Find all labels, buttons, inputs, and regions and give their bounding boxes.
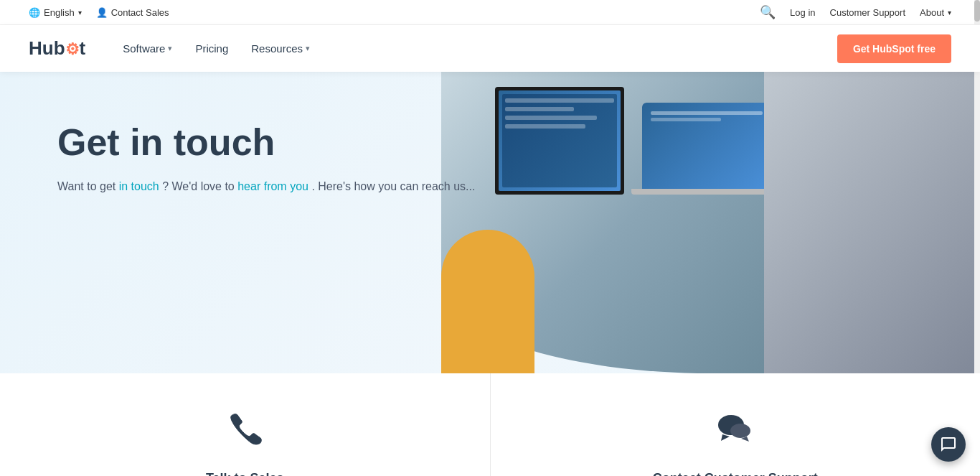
hero-in-touch-link[interactable]: in touch: [119, 180, 159, 192]
screen-line: [651, 118, 721, 121]
hero-desc-text1: Want to get: [57, 180, 119, 192]
chevron-down-icon: ▾: [78, 9, 82, 17]
contact-sales-link[interactable]: 👤 Contact Sales: [96, 7, 169, 18]
chat-bubble-icon: [715, 409, 755, 457]
hero-section: Get in touch Want to get in touch ? We'd…: [0, 72, 980, 373]
about-menu[interactable]: About ▾: [920, 7, 951, 18]
live-chat-button[interactable]: [931, 427, 966, 462]
laptop-screen: [642, 103, 771, 189]
login-link[interactable]: Log in: [790, 7, 815, 18]
person-icon: 👤: [96, 7, 108, 18]
laptop: [642, 103, 771, 189]
gold-arch-decoration: [441, 230, 534, 373]
talk-to-sales-title: Talk to Sales: [206, 471, 284, 476]
contact-sales-label: Contact Sales: [111, 7, 169, 18]
logo-text: Hub⚙t: [29, 37, 85, 60]
pricing-link[interactable]: Pricing: [187, 37, 237, 60]
nav-items: Software ▾ Pricing Resources ▾: [114, 37, 837, 60]
hero-desc-text3: . Here's how you can reach us...: [311, 180, 475, 192]
hubspot-logo[interactable]: Hub⚙t: [29, 37, 85, 60]
person-bg: [764, 72, 980, 373]
scrollbar-thumb[interactable]: [974, 0, 980, 22]
language-selector[interactable]: 🌐 English ▾: [29, 7, 82, 18]
main-nav: Hub⚙t Software ▾ Pricing Resources ▾ Get…: [0, 25, 980, 72]
resources-label: Resources: [251, 42, 303, 55]
pricing-label: Pricing: [195, 42, 228, 55]
software-menu[interactable]: Software ▾: [114, 37, 181, 60]
chat-icon: [940, 436, 957, 453]
software-label: Software: [123, 42, 165, 55]
resources-menu[interactable]: Resources ▾: [242, 37, 319, 60]
hero-title: Get in touch: [57, 122, 496, 163]
laptop-container: [639, 103, 775, 195]
laptop-base: [631, 189, 775, 195]
customer-support-link[interactable]: Customer Support: [830, 7, 906, 18]
globe-icon: 🌐: [29, 7, 40, 18]
chevron-down-icon: ▾: [168, 44, 172, 53]
cards-section: Talk to Sales Interested in HubSpot's so…: [0, 373, 980, 476]
chevron-down-icon: ▾: [306, 44, 310, 53]
top-bar: 🌐 English ▾ 👤 Contact Sales 🔍 Log in Cus…: [0, 0, 980, 25]
chevron-down-icon: ▾: [948, 9, 951, 17]
language-label: English: [44, 7, 75, 18]
talk-to-sales-card: Talk to Sales Interested in HubSpot's so…: [0, 373, 491, 476]
screen-line: [651, 111, 763, 115]
contact-support-card: Contact Customer Support Sometimes you n…: [491, 373, 981, 476]
top-bar-left: 🌐 English ▾ 👤 Contact Sales: [29, 7, 169, 18]
hero-hear-link[interactable]: hear from you: [237, 180, 308, 192]
hero-desc-text2: ? We'd love to: [162, 180, 237, 192]
about-label: About: [920, 7, 944, 18]
svg-point-1: [730, 424, 750, 438]
contact-support-title: Contact Customer Support: [653, 471, 818, 476]
get-hubspot-free-button[interactable]: Get HubSpot free: [837, 34, 951, 63]
hero-description: Want to get in touch ? We'd love to hear…: [57, 177, 496, 196]
top-bar-right: 🔍 Log in Customer Support About ▾: [760, 4, 951, 20]
phone-icon: [225, 409, 265, 457]
search-icon[interactable]: 🔍: [760, 4, 776, 20]
